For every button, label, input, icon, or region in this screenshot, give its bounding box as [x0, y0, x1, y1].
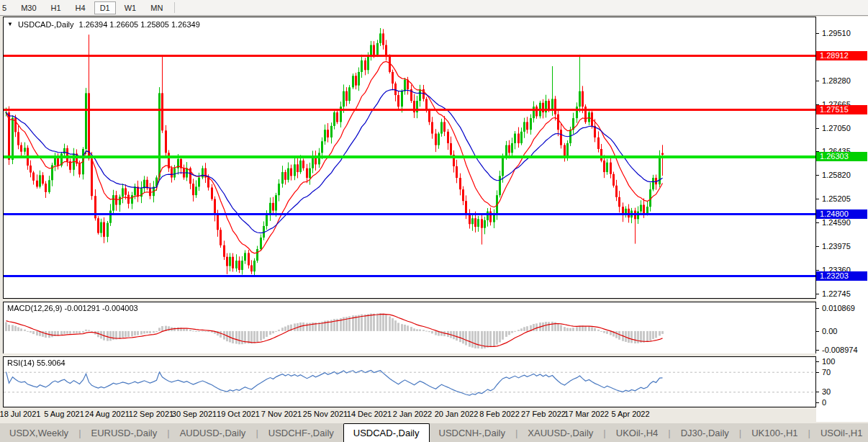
price-tick-label: 1.25205: [822, 194, 851, 204]
toolbar-separator: [174, 2, 175, 13]
date-axis[interactable]: 18 Jul 20215 Aug 202124 Aug 202112 Sep 2…: [3, 407, 816, 423]
axis-tick: [816, 392, 819, 392]
price-tick-label: 1.28280: [822, 76, 851, 86]
price-level-badge: 1.26303: [816, 152, 867, 161]
date-axis-label: 17 Mar 2022: [564, 410, 609, 418]
timeframe-button-h4[interactable]: H4: [70, 1, 91, 14]
price-chart-canvas[interactable]: [4, 17, 815, 298]
axis-tick: [816, 81, 819, 81]
rsi-panel: RSI(14) 55.9064: [3, 356, 816, 407]
price-tick-label: 1.27050: [822, 124, 851, 133]
chart-ohlc-values: 1.26394 1.26605 1.25805 1.26349: [79, 20, 200, 29]
price-level-badge: 1.24800: [816, 209, 867, 219]
axis-tick: [816, 246, 819, 247]
axis-tick: [816, 361, 819, 362]
price-scale-axis[interactable]: 1.295101.282801.276651.270501.264351.258…: [816, 17, 868, 422]
timeframe-toolbar: 5 M30 H1 H4 D1 W1 MN: [0, 0, 868, 16]
axis-tick: [816, 350, 819, 351]
chart-tab-dj30-daily[interactable]: DJ30-,Daily: [672, 423, 738, 442]
axis-tick: [816, 175, 819, 176]
chart-tab-xauusd-daily[interactable]: XAUUSD-,Daily: [518, 423, 602, 442]
chart-title: ▼ USDCAD-,Daily 1.26394 1.26605 1.25805 …: [7, 20, 200, 29]
macd-panel: MACD(12,26,9) -0.001291 -0.004003: [3, 302, 816, 354]
axis-tick: [816, 294, 819, 294]
date-axis-label: 14 Dec 2021: [347, 410, 392, 418]
chart-tab-uk100-h1[interactable]: UK100-,H1: [742, 423, 807, 442]
timeframe-button-h1[interactable]: H1: [45, 1, 67, 14]
timeframe-button-w1[interactable]: W1: [119, 1, 143, 14]
axis-tick: [816, 402, 819, 403]
date-axis-label: 18 Jul 2021: [0, 410, 40, 418]
timeframe-button-m30[interactable]: M30: [15, 1, 42, 14]
axis-tick: [816, 222, 819, 223]
price-tick-label: 1.29510: [822, 29, 851, 38]
macd-tick-label: 0.010869: [822, 304, 855, 313]
date-axis-label: 24 Aug 2021: [85, 410, 130, 418]
chart-tab-audusd-daily[interactable]: AUDUSD-,Daily: [171, 423, 256, 442]
collapse-icon[interactable]: ▼: [7, 21, 13, 28]
axis-tick: [816, 331, 819, 332]
chart-tab-ukoil-h4[interactable]: UKOil-,H4: [607, 423, 668, 442]
rsi-tick-label: 0: [822, 398, 826, 407]
date-axis-label: 19 Oct 2021: [217, 410, 260, 418]
timeframe-button-d1[interactable]: D1: [94, 1, 116, 14]
chart-tab-usdchf-daily[interactable]: USDCHF-,Daily: [259, 423, 343, 442]
price-level-badge: 1.23203: [816, 271, 867, 281]
date-axis-label: 27 Feb 2022: [521, 410, 566, 418]
date-axis-label: 7 Nov 2021: [261, 410, 302, 418]
price-level-badge: 1.27515: [816, 105, 867, 114]
date-axis-label: 12 Sep 2021: [129, 410, 173, 418]
macd-tick-label: -0.008974: [822, 346, 858, 355]
rsi-tick-label: 100: [822, 357, 835, 366]
axis-tick: [816, 270, 819, 271]
date-axis-label: 8 Feb 2022: [479, 410, 520, 418]
price-level-badge: 1.28912: [816, 51, 867, 60]
chart-tab-eurusd-daily[interactable]: EURUSD-,Daily: [82, 423, 167, 442]
chart-tab-usdx-weekly[interactable]: USDX,Weekly: [0, 423, 78, 442]
macd-label: MACD(12,26,9) -0.001291 -0.004003: [7, 304, 138, 312]
timeframe-button-m5[interactable]: 5: [0, 1, 12, 14]
chart-tab-bar: USDX,Weekly|EURUSD-,Daily|AUDUSD-,Daily|…: [0, 423, 868, 442]
chart-symbol-period: USDCAD-,Daily: [18, 20, 74, 29]
rsi-canvas[interactable]: [4, 357, 815, 407]
price-tick-label: 1.24590: [822, 218, 851, 227]
date-axis-label: 5 Aug 2021: [44, 410, 84, 418]
price-panel: [3, 17, 816, 299]
timeframe-button-mn[interactable]: MN: [145, 1, 168, 14]
macd-tick-label: 0.00: [822, 327, 837, 336]
date-axis-label: 30 Sep 2021: [172, 410, 217, 418]
axis-tick: [816, 33, 819, 34]
chart-tab-usoil-h1[interactable]: USOil-,H1: [811, 423, 868, 442]
chart-tab-usdcad-daily[interactable]: USDCAD-,Daily: [343, 423, 430, 442]
price-tick-label: 1.25820: [822, 171, 851, 180]
date-axis-label: 25 Nov 2021: [303, 410, 348, 418]
date-axis-label: 20 Jan 2022: [435, 410, 479, 418]
date-axis-label: 2 Jan 2022: [393, 410, 432, 418]
rsi-label: RSI(14) 55.9064: [7, 358, 65, 367]
axis-tick: [816, 308, 819, 309]
axis-tick: [816, 128, 819, 129]
price-tick-label: 1.22745: [822, 289, 851, 299]
rsi-tick-label: 30: [822, 387, 831, 397]
mt4-window: 5 M30 H1 H4 D1 W1 MN ▼ USDCAD-,Daily 1.2…: [0, 0, 868, 442]
chart-tab-usdcnh-daily[interactable]: USDCNH-,Daily: [430, 423, 515, 442]
axis-tick: [816, 199, 819, 199]
axis-tick: [816, 372, 819, 373]
rsi-tick-label: 70: [822, 368, 831, 377]
price-tick-label: 1.23975: [822, 242, 851, 251]
date-axis-label: 5 Apr 2022: [611, 410, 649, 418]
